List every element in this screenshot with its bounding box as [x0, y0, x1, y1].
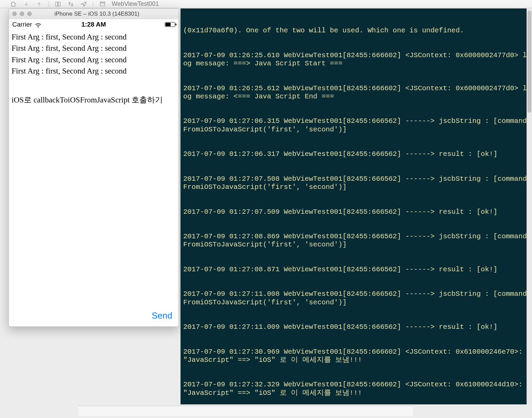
wifi-icon	[35, 22, 42, 27]
console-line: 2017-07-09 01:27:07.508 WebViewTest001[8…	[183, 175, 528, 191]
location-icon[interactable]	[80, 0, 88, 8]
bottom-toolbar: Send	[9, 307, 178, 326]
scrollbar-thumb[interactable]	[528, 11, 531, 113]
toolbar-separator	[48, 1, 49, 7]
scrollbar-track[interactable]	[527, 9, 532, 404]
simulator-title: iPhone SE – iOS 10.3 (14E8301)	[19, 11, 175, 17]
console-line: 2017-07-09 01:27:06.315 WebViewTest001[8…	[183, 117, 528, 133]
console-line: 2017-07-09 01:27:11.008 WebViewTest001[8…	[183, 290, 528, 306]
bottom-panel	[78, 406, 413, 416]
console-line: (0x11d70a6f0). One of the two will be us…	[183, 27, 528, 35]
webview-text-line: First Arg : first, Second Arg : second	[12, 43, 176, 54]
svg-rect-0	[56, 2, 58, 6]
console-line: 2017-07-09 01:26:25.612 WebViewTest001[8…	[183, 84, 528, 101]
webview-text-line: First Arg : first, Second Arg : second	[12, 54, 176, 65]
carrier-label: Carrier	[12, 21, 32, 28]
xcode-toolbar: WebViewTest001	[0, 0, 532, 8]
debug-console[interactable]: (0x11d70a6f0). One of the two will be us…	[181, 9, 530, 404]
webview-text-line: First Arg : first, Second Arg : second	[12, 65, 176, 77]
svg-point-3	[72, 4, 73, 6]
console-line: 2017-07-09 01:27:32.329 WebViewTest001[8…	[183, 381, 528, 397]
project-name[interactable]: WebViewTest001	[112, 0, 159, 7]
simulator-window: iPhone SE – iOS 10.3 (14E8301) Carrier 1…	[9, 9, 179, 327]
svg-rect-1	[58, 2, 60, 6]
console-line: 2017-07-09 01:27:11.009 WebViewTest001[8…	[183, 323, 528, 331]
svg-point-2	[69, 2, 71, 4]
svg-point-9	[38, 26, 39, 27]
version-editor-icon[interactable]	[67, 0, 75, 8]
webview-content: First Arg : first, Second Arg : second F…	[9, 30, 178, 307]
send-button[interactable]: Send	[152, 310, 172, 321]
ios-status-bar: Carrier 1:28 AM	[9, 19, 178, 30]
console-line: 2017-07-09 01:27:30.969 WebViewTest001[8…	[183, 348, 528, 364]
console-line: 2017-07-09 01:27:08.869 WebViewTest001[8…	[183, 232, 528, 249]
webview-text-line: First Arg : first, Second Arg : second	[12, 31, 176, 43]
webview-js-button[interactable]: iOS로 callbackToiOSFromJavaScript 호출하기	[12, 94, 176, 106]
console-line: 2017-07-09 01:27:08.871 WebViewTest001[8…	[183, 266, 528, 274]
console-line: 2017-07-09 01:26:25.610 WebViewTest001[8…	[183, 51, 528, 68]
arrow-down-icon[interactable]	[22, 0, 30, 8]
close-window-icon[interactable]	[12, 12, 17, 16]
simulator-titlebar[interactable]: iPhone SE – iOS 10.3 (14E8301)	[9, 9, 178, 19]
console-line: 2017-07-09 01:27:06.317 WebViewTest001[8…	[183, 150, 528, 158]
simulator-screen: Carrier 1:28 AM First Arg : first, Secon…	[9, 19, 178, 326]
panels-icon[interactable]	[54, 0, 62, 8]
status-time: 1:28 AM	[81, 21, 106, 28]
home-icon[interactable]	[10, 0, 17, 8]
project-icon	[99, 0, 106, 8]
console-line: 2017-07-09 01:27:07.509 WebViewTest001[8…	[183, 208, 528, 216]
arrow-up-icon[interactable]	[35, 0, 43, 8]
toolbar-separator	[93, 1, 93, 7]
battery-icon	[165, 22, 175, 27]
